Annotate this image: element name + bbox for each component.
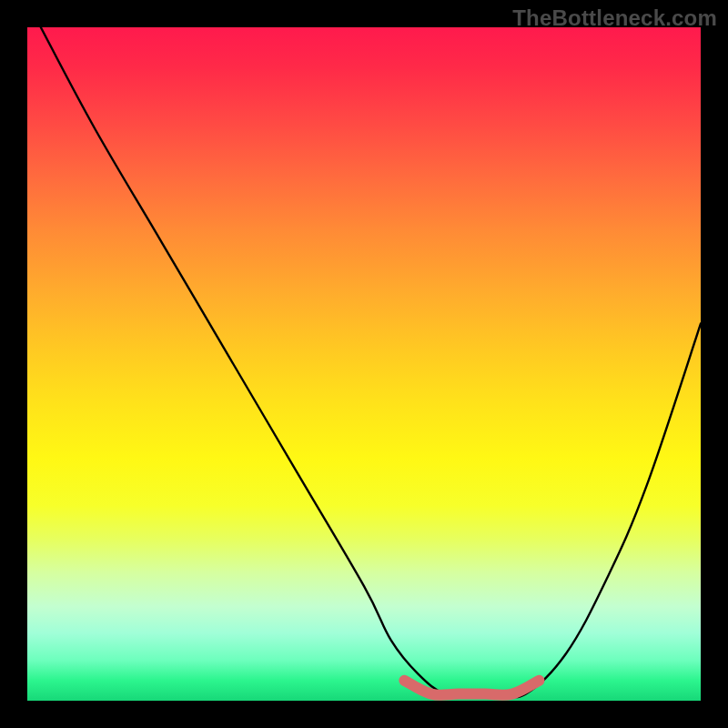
- chart-svg: [27, 27, 701, 701]
- plot-area: [27, 27, 701, 701]
- optimal-band-path: [404, 681, 539, 695]
- watermark-text: TheBottleneck.com: [512, 5, 717, 31]
- bottleneck-curve-path: [41, 27, 701, 697]
- chart-container: TheBottleneck.com: [0, 0, 728, 728]
